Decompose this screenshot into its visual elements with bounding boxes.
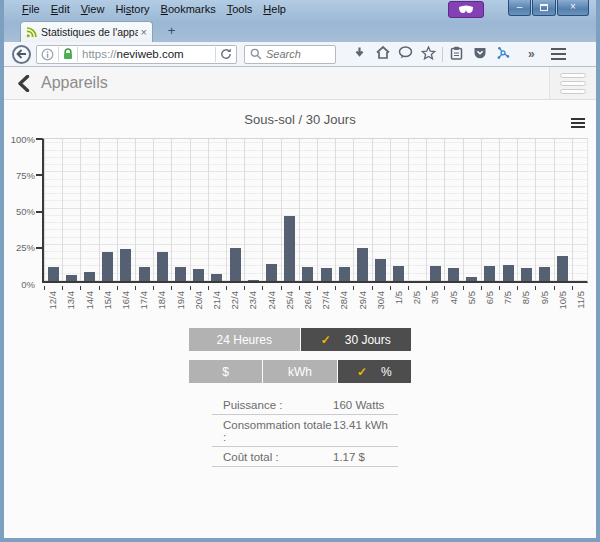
x-axis-label: 6/5 bbox=[484, 291, 496, 323]
chevron-left-icon bbox=[17, 75, 30, 92]
bar-8-5[interactable] bbox=[521, 268, 532, 281]
rss-favicon-icon bbox=[26, 27, 37, 38]
bar-30-4[interactable] bbox=[375, 259, 386, 281]
back-button[interactable] bbox=[12, 45, 31, 64]
x-axis-label: 5/5 bbox=[466, 291, 478, 323]
bar-20-4[interactable] bbox=[193, 269, 204, 281]
url-text[interactable]: https://neviweb.com bbox=[82, 48, 211, 60]
x-axis-label: 14/4 bbox=[84, 291, 96, 323]
bar-25-4[interactable] bbox=[284, 216, 295, 281]
menu-history[interactable]: History bbox=[115, 3, 149, 15]
button--[interactable]: $ bbox=[189, 360, 263, 383]
minimize-button[interactable]: – bbox=[508, 0, 531, 16]
stat-label: Coût total : bbox=[223, 451, 333, 463]
stat-value: 1.17 $ bbox=[333, 451, 398, 463]
plot-area: 12/413/414/415/416/417/418/419/420/421/4… bbox=[42, 138, 588, 283]
download-icon[interactable] bbox=[348, 46, 371, 62]
menu-bookmarks[interactable]: Bookmarks bbox=[161, 3, 216, 15]
x-axis-label: 20/4 bbox=[193, 291, 205, 323]
x-axis-label: 18/4 bbox=[156, 291, 168, 323]
menu-help[interactable]: Help bbox=[263, 3, 286, 15]
tab-close-icon[interactable]: × bbox=[141, 27, 147, 37]
browser-window: FileEditViewHistoryBookmarksToolsHelp – … bbox=[0, 0, 600, 542]
bar-9-5[interactable] bbox=[539, 267, 550, 281]
page-back-button[interactable] bbox=[17, 75, 30, 92]
bar-16-4[interactable] bbox=[120, 249, 131, 281]
bar-14-4[interactable] bbox=[84, 272, 95, 281]
x-axis-label: 10/5 bbox=[557, 291, 569, 323]
maximize-button[interactable] bbox=[532, 0, 556, 16]
overflow-chevrons-icon[interactable]: » bbox=[528, 47, 535, 61]
clipboard-icon[interactable] bbox=[445, 46, 468, 63]
bar-28-4[interactable] bbox=[339, 267, 350, 282]
maximize-icon bbox=[540, 4, 548, 11]
page-header: Appareils bbox=[4, 67, 596, 100]
bar-6-5[interactable] bbox=[484, 266, 495, 281]
bar-7-5[interactable] bbox=[503, 265, 514, 281]
bar-4-5[interactable] bbox=[448, 268, 459, 281]
y-axis-tick bbox=[36, 138, 42, 140]
bar-27-4[interactable] bbox=[321, 268, 332, 281]
y-axis-tick bbox=[36, 211, 42, 213]
reload-icon[interactable] bbox=[220, 48, 232, 60]
button-kwh[interactable]: kWh bbox=[263, 360, 337, 383]
button--[interactable]: ✓% bbox=[338, 360, 411, 383]
bar-21-4[interactable] bbox=[211, 274, 222, 281]
addon-network-icon[interactable] bbox=[491, 46, 514, 63]
bar-5-5[interactable] bbox=[466, 277, 477, 281]
bar-17-4[interactable] bbox=[139, 267, 150, 282]
search-bar[interactable] bbox=[244, 45, 336, 64]
url-bar[interactable]: https://neviweb.com bbox=[36, 45, 237, 64]
x-axis-label: 19/4 bbox=[175, 291, 187, 323]
divider bbox=[442, 47, 443, 62]
header-menu-button[interactable] bbox=[549, 67, 596, 99]
bar-22-4[interactable] bbox=[230, 248, 241, 281]
stat-row: Coût total :1.17 $ bbox=[212, 447, 398, 467]
y-axis-label: 75% bbox=[4, 170, 35, 181]
chart: 12/413/414/415/416/417/418/419/420/421/4… bbox=[4, 133, 596, 318]
bar-10-5[interactable] bbox=[557, 256, 568, 281]
bar-3-5[interactable] bbox=[430, 266, 441, 281]
info-icon[interactable] bbox=[41, 48, 54, 61]
bookmark-star-icon[interactable] bbox=[417, 46, 440, 63]
x-axis-label: 25/4 bbox=[284, 291, 296, 323]
x-axis-label: 12/4 bbox=[47, 291, 59, 323]
bar-19-4[interactable] bbox=[175, 267, 186, 282]
menu-hamburger-icon[interactable] bbox=[551, 45, 566, 63]
y-axis-label: 25% bbox=[4, 242, 35, 253]
menu-file[interactable]: File bbox=[22, 3, 40, 15]
menu-tools[interactable]: Tools bbox=[227, 3, 253, 15]
private-browsing-badge bbox=[448, 1, 484, 18]
bar-15-4[interactable] bbox=[102, 252, 113, 281]
y-axis-label: 50% bbox=[4, 206, 35, 217]
menu-edit[interactable]: Edit bbox=[51, 3, 70, 15]
bar-24-4[interactable] bbox=[266, 264, 277, 281]
stat-label: Consommation totale : bbox=[223, 419, 333, 443]
tab-strip: Statistiques de l'appareil × + bbox=[4, 20, 596, 42]
menu-view[interactable]: View bbox=[81, 3, 105, 15]
bar-18-4[interactable] bbox=[157, 252, 168, 281]
button-30-jours[interactable]: ✓30 Jours bbox=[301, 328, 412, 351]
close-button[interactable]: × bbox=[557, 0, 589, 16]
bar-29-4[interactable] bbox=[357, 248, 368, 281]
stat-row: Consommation totale :13.41 kWh bbox=[212, 415, 398, 447]
search-input[interactable] bbox=[266, 48, 326, 60]
new-tab-button[interactable]: + bbox=[159, 22, 184, 41]
x-axis-label: 23/4 bbox=[247, 291, 259, 323]
comment-bubble-icon[interactable] bbox=[394, 46, 417, 62]
y-axis-tick bbox=[36, 247, 42, 249]
bar-1-5[interactable] bbox=[393, 266, 404, 281]
x-axis-label: 17/4 bbox=[138, 291, 150, 323]
button-24-heures[interactable]: 24 Heures bbox=[189, 328, 301, 351]
home-icon[interactable] bbox=[371, 46, 394, 62]
bar-23-4[interactable] bbox=[248, 280, 259, 281]
lines-icon bbox=[560, 73, 586, 78]
x-axis-label: 8/5 bbox=[520, 291, 532, 323]
pocket-icon[interactable] bbox=[468, 46, 491, 63]
stat-label: Puissance : bbox=[223, 399, 333, 411]
bar-13-4[interactable] bbox=[66, 275, 77, 281]
bar-26-4[interactable] bbox=[302, 267, 313, 281]
bar-12-4[interactable] bbox=[48, 267, 59, 282]
chart-context-menu-button[interactable] bbox=[571, 116, 585, 130]
tab-statistiques[interactable]: Statistiques de l'appareil × bbox=[20, 21, 153, 42]
